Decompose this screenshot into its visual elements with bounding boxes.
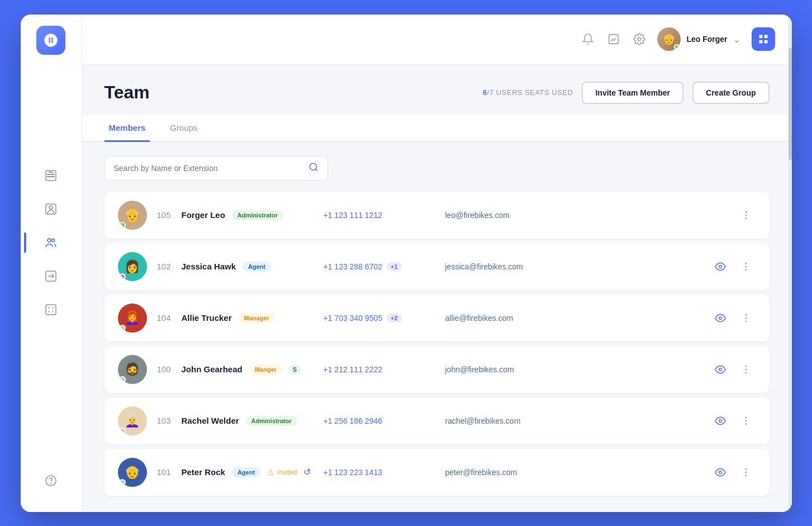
resend-invite-icon[interactable]: ↺ (303, 467, 311, 477)
sidebar-item-help[interactable] (36, 466, 65, 495)
sidebar-item-contacts[interactable] (36, 195, 65, 224)
svg-rect-9 (609, 35, 619, 44)
member-info: 101 Peter Rock Agent ⚠ Invited ↺ (157, 467, 314, 477)
table-row: 👴 101 Peter Rock Agent ⚠ Invited ↺ +1 12… (105, 449, 770, 496)
member-ext: 100 (157, 364, 175, 374)
sidebar-item-channels[interactable] (36, 295, 65, 324)
svg-point-22 (745, 269, 747, 271)
search-input[interactable] (114, 164, 303, 173)
status-dot (119, 273, 126, 280)
search-bar (105, 156, 328, 181)
svg-point-34 (745, 423, 747, 425)
eye-icon (715, 415, 726, 427)
view-button[interactable] (710, 462, 730, 482)
status-dot (119, 479, 126, 486)
more-options-button[interactable] (736, 205, 756, 225)
svg-point-23 (719, 316, 721, 319)
page-content: Team 6/7 USERS SEATS USED Invite Team Me… (82, 65, 792, 512)
status-dot (119, 325, 126, 331)
table-row: 👩‍🦰 104 Allie Trucker Manager +1 703 340… (105, 295, 770, 342)
user-name: Leo Forger (686, 35, 727, 44)
svg-point-26 (745, 320, 747, 322)
eye-icon (715, 261, 726, 272)
s-badge: S (289, 365, 301, 374)
more-options-button[interactable] (736, 462, 756, 482)
more-options-button[interactable] (736, 257, 756, 277)
view-button[interactable] (710, 359, 730, 380)
apps-icon (758, 34, 769, 45)
ellipsis-icon (740, 415, 752, 427)
extra-phone-badge: +2 (387, 314, 402, 323)
status-dot (119, 376, 126, 383)
avatar: 👴 (118, 458, 147, 487)
svg-point-4 (52, 239, 55, 241)
top-header: 👴 Leo Forger ⌄ (82, 15, 792, 65)
avatar: 👴 (657, 27, 681, 51)
view-button[interactable] (710, 308, 730, 328)
svg-point-15 (310, 163, 316, 170)
role-badge: Administrator (232, 210, 283, 220)
sidebar-item-team[interactable] (36, 228, 65, 257)
invite-team-member-button[interactable]: Invite Team Member (582, 82, 683, 104)
role-badge: Manger (249, 364, 282, 375)
member-email: peter@firebikes.com (445, 468, 700, 477)
more-options-button[interactable] (736, 359, 756, 380)
sidebar-item-transfer[interactable] (36, 262, 65, 291)
analytics-icon[interactable] (607, 32, 620, 46)
more-options-button[interactable] (736, 308, 756, 328)
member-name: Peter Rock (182, 467, 225, 477)
member-actions (710, 359, 756, 380)
svg-point-37 (745, 471, 747, 473)
svg-point-25 (745, 317, 747, 319)
svg-rect-14 (764, 40, 767, 44)
status-dot (119, 428, 126, 434)
table-row: 🧔 100 John Gearhead Manger S +1 212 111 … (105, 346, 770, 393)
eye-icon (715, 312, 726, 324)
settings-icon[interactable] (633, 32, 646, 46)
member-ext: 102 (157, 262, 175, 271)
svg-point-27 (719, 368, 721, 371)
more-options-button[interactable] (736, 411, 756, 431)
svg-point-16 (745, 211, 747, 212)
avatar: 👩 (118, 252, 147, 281)
member-ext: 103 (157, 416, 175, 425)
svg-point-17 (745, 214, 747, 216)
search-icon[interactable] (308, 162, 319, 174)
member-name: Forger Leo (182, 210, 225, 220)
extra-phone-badge: +1 (387, 262, 402, 271)
ellipsis-icon (740, 364, 752, 375)
role-badge: Administrator (246, 416, 297, 426)
team-icon (44, 236, 58, 249)
eye-icon (715, 364, 726, 375)
svg-point-8 (51, 483, 51, 484)
nav-bottom (36, 466, 65, 495)
invited-badge: ⚠ Invited (267, 468, 297, 477)
tab-members[interactable]: Members (105, 115, 150, 142)
create-group-button[interactable]: Create Group (692, 82, 769, 104)
svg-point-10 (638, 37, 642, 41)
channels-icon (44, 303, 58, 316)
view-button[interactable] (710, 257, 730, 277)
svg-point-36 (745, 468, 747, 470)
user-info[interactable]: 👴 Leo Forger ⌄ (657, 27, 740, 51)
tabs: Members Groups (82, 115, 792, 142)
svg-point-35 (719, 471, 721, 473)
scrollbar-thumb[interactable] (789, 48, 792, 160)
logo-icon (43, 32, 59, 48)
view-button[interactable] (710, 411, 730, 431)
member-name: John Gearhead (182, 364, 243, 374)
online-status (674, 44, 680, 50)
header-actions: 6/7 USERS SEATS USED Invite Team Member … (483, 82, 770, 104)
grid-menu-icon[interactable] (752, 27, 775, 51)
svg-point-33 (745, 420, 747, 421)
scrollbar-track[interactable] (789, 15, 792, 512)
page-title: Team (105, 82, 150, 103)
member-email: john@firebikes.com (445, 365, 700, 374)
header-icons (581, 32, 646, 46)
seats-used: 6 (483, 88, 487, 97)
sidebar-item-phone[interactable] (36, 161, 65, 190)
table-row: 👩‍🦳 103 Rachel Welder Administrator +1 2… (105, 397, 770, 444)
notifications-icon[interactable] (581, 32, 595, 46)
logo[interactable] (36, 26, 65, 55)
tab-groups[interactable]: Groups (165, 115, 202, 142)
